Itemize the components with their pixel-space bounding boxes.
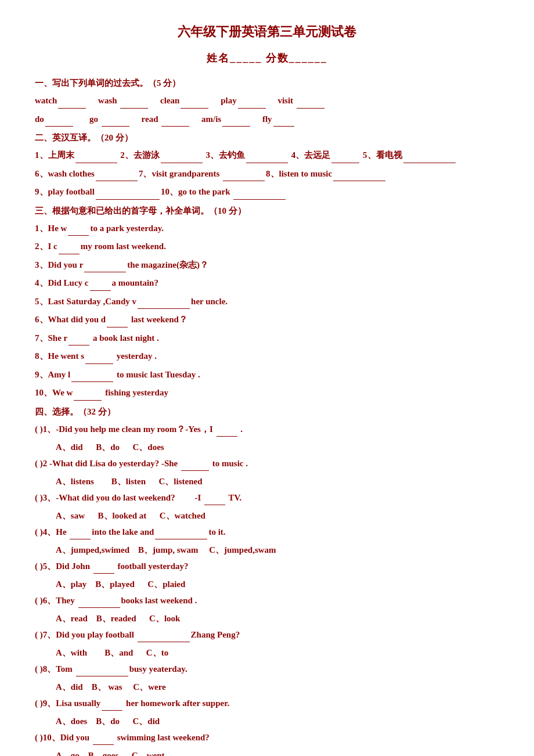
page-title: 六年级下册英语第三单元测试卷 [35,23,499,41]
section-three-item6: 6、What did you d last weekend？ [35,312,499,327]
section-four-title: 四、选择。（32 分） [35,406,499,417]
section-four-q5: ( )5、Did John football yesterday? [35,559,499,574]
section-four-q10: ( )10、Did you swimming last weekend? [35,730,499,746]
section-four-q3-options: A、saw B、looked at C、watched [56,509,499,524]
section-four-q3: ( )3、-What did you do last weekend? -I T… [35,491,499,506]
section-four-q1-options: A、did B、do C、does [56,440,499,455]
section-four-q2-options: A、listens B、listen C、listened [56,474,499,489]
section-three-item7: 7、She r a book last night . [35,331,499,346]
section-four-q8-options: A、did B、 was C、were [56,680,499,695]
section-three-item8: 8、He went s yesterday . [35,349,499,364]
section-three-item4: 4、Did Lucy ca mountain? [35,276,499,291]
section-three-item5: 5、Last Saturday ,Candy vher uncle. [35,294,499,309]
section-four-q2: ( )2 -What did Lisa do yesterday? -She t… [35,456,499,471]
section-one-title: 一、写出下列单词的过去式。（5 分） [35,78,499,89]
section-four-q4-options: A、jumped,swimed B、jump, swam C、jumped,sw… [56,543,499,558]
section-four-q4: ( )4、He into the lake andto it. [35,525,499,540]
section-three-title: 三、根据句意和已给出的首字母，补全单词。（10 分） [35,206,499,217]
section-four-q6-options: A、read B、readed C、look [56,611,499,627]
section-four-q7: ( )7、Did you play football Zhang Peng? [35,628,499,643]
section-three-item2: 2、I cmy room last weekend. [35,239,499,254]
section-four-q10-options: A、go B、goes C、went [56,748,499,756]
section-two-title: 二、英汉互译。（20 分） [35,132,499,143]
student-info: 姓名_____ 分数______ [35,51,499,65]
section-four-q8: ( )8、Tom busy yeaterday. [35,662,499,677]
section-four-q5-options: A、play B、played C、plaied [56,577,499,592]
section-four-q7-options: A、with B、and C、to [56,646,499,661]
section-four-q9: ( )9、Lisa usually her homework after sup… [35,696,499,711]
section-two-row1: 1、上周末 2、去游泳 3、去钓鱼 4、去远足 5、看电视 [35,148,499,163]
section-four-q1: ( )1、-Did you help me clean my room？-Yes… [35,422,499,437]
section-three-item10: 10、We w fishing yesterday [35,386,499,401]
section-two-row3: 9、play football10、go to the park [35,185,499,200]
section-one-row1: watch wash clean play visit [35,93,499,109]
section-three-item1: 1、He wto a park yesterday. [35,221,499,236]
section-two-row2: 6、wash clothes7、visit grandparents 8、lis… [35,167,499,182]
section-three-item3: 3、Did you rthe magazine(杂志)？ [35,258,499,273]
section-one-row2: do go read am/is fly [35,112,499,127]
section-four-q9-options: A、does B、do C、did [56,714,499,729]
section-three-item9: 9、Amy l to music last Tuesday . [35,368,499,383]
section-four-q6: ( )6、They books last weekend . [35,593,499,609]
